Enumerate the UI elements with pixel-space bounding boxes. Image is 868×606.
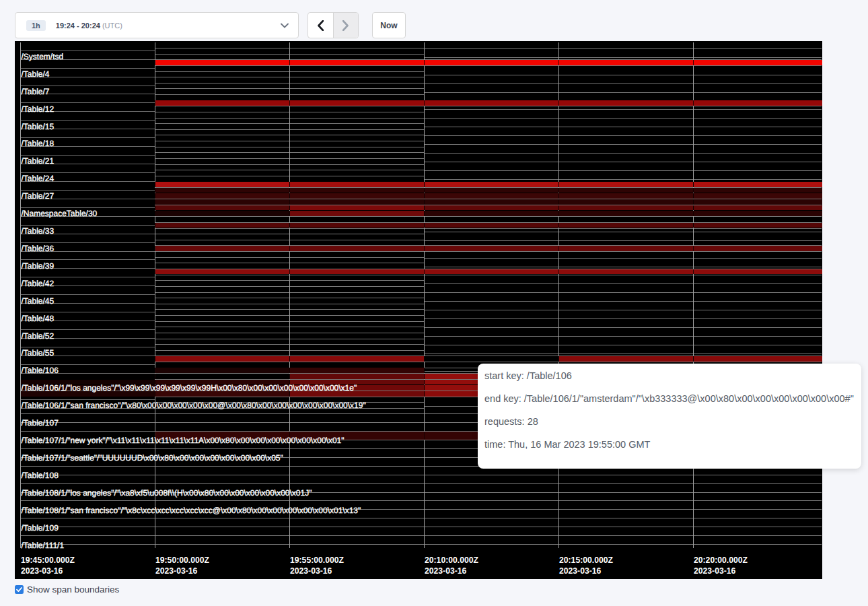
svg-text:/NamespaceTable/30: /NamespaceTable/30 xyxy=(22,209,98,218)
svg-text:/Table/27: /Table/27 xyxy=(22,191,55,201)
svg-text:2023-03-16: 2023-03-16 xyxy=(155,566,198,576)
svg-text:/System/tsd: /System/tsd xyxy=(22,52,64,61)
svg-text:20:15:00.000Z: 20:15:00.000Z xyxy=(559,556,614,565)
svg-text:/Table/45: /Table/45 xyxy=(22,296,55,306)
svg-text:/Table/108/1/"los angeles"/"\x: /Table/108/1/"los angeles"/"\xa8\xf5\u00… xyxy=(22,488,312,498)
svg-text:/Table/39: /Table/39 xyxy=(22,261,55,271)
svg-text:/Table/55: /Table/55 xyxy=(22,348,55,358)
svg-text:20:20:00.000Z: 20:20:00.000Z xyxy=(694,556,748,565)
svg-text:2023-03-16: 2023-03-16 xyxy=(290,566,332,576)
svg-text:/Table/111/1: /Table/111/1 xyxy=(22,541,65,550)
svg-text:2023-03-16: 2023-03-16 xyxy=(559,566,602,576)
svg-text:/Table/108: /Table/108 xyxy=(22,471,59,480)
svg-text:/Table/107: /Table/107 xyxy=(22,418,59,428)
svg-text:20:10:00.000Z: 20:10:00.000Z xyxy=(425,556,479,565)
svg-text:2023-03-16: 2023-03-16 xyxy=(425,566,467,576)
svg-text:2023-03-16: 2023-03-16 xyxy=(21,566,63,576)
svg-text:19:50:00.000Z: 19:50:00.000Z xyxy=(155,556,210,565)
svg-text:/Table/12: /Table/12 xyxy=(22,104,55,114)
svg-text:/Table/106/1/"san francisco"/": /Table/106/1/"san francisco"/"\x80\x00\x… xyxy=(22,401,366,410)
svg-text:/Table/107/1/"new york"/"\x11\: /Table/107/1/"new york"/"\x11\x11\x11\x1… xyxy=(22,436,345,445)
svg-text:2023-03-16: 2023-03-16 xyxy=(694,566,736,576)
svg-text:/Table/21: /Table/21 xyxy=(22,156,55,166)
svg-text:19:45:00.000Z: 19:45:00.000Z xyxy=(21,556,75,565)
svg-text:/Table/106: /Table/106 xyxy=(22,366,59,375)
svg-text:/Table/18: /Table/18 xyxy=(22,139,55,148)
svg-text:/Table/107/1/"seattle"/"UUUUUU: /Table/107/1/"seattle"/"UUUUUUD\x00\x80\… xyxy=(22,453,283,463)
svg-text:/Table/109: /Table/109 xyxy=(22,523,59,533)
svg-text:/Table/4: /Table/4 xyxy=(22,69,50,79)
svg-text:/Table/106/1/"los angeles"/"\x: /Table/106/1/"los angeles"/"\x99\x99\x99… xyxy=(22,383,357,393)
svg-text:/Table/24: /Table/24 xyxy=(22,174,55,183)
svg-text:/Table/33: /Table/33 xyxy=(22,226,55,236)
svg-text:/Table/48: /Table/48 xyxy=(22,314,55,323)
svg-text:/Table/36: /Table/36 xyxy=(22,244,55,253)
svg-text:/Table/52: /Table/52 xyxy=(22,331,55,341)
svg-text:/Table/7: /Table/7 xyxy=(22,87,50,96)
svg-text:/Table/108/1/"san francisco"/": /Table/108/1/"san francisco"/"\x8c\xcc\x… xyxy=(22,506,361,515)
svg-text:/Table/42: /Table/42 xyxy=(22,279,55,288)
svg-text:/Table/15: /Table/15 xyxy=(22,122,55,131)
svg-text:19:55:00.000Z: 19:55:00.000Z xyxy=(290,556,345,565)
